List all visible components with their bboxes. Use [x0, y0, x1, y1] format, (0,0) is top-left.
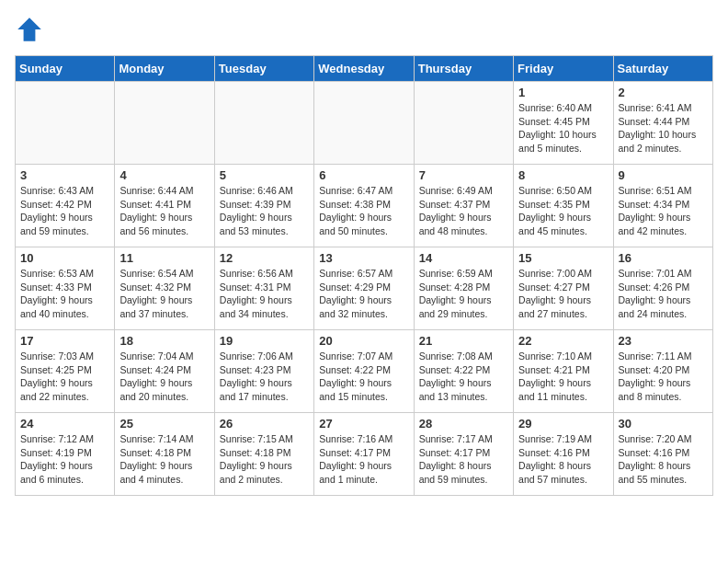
- day-info: Sunrise: 6:43 AM Sunset: 4:42 PM Dayligh…: [20, 184, 109, 238]
- weekday-header-monday: Monday: [115, 56, 214, 82]
- day-info: Sunrise: 7:04 AM Sunset: 4:24 PM Dayligh…: [119, 350, 209, 404]
- logo: [15, 15, 48, 44]
- calendar-day-cell: 5Sunrise: 6:46 AM Sunset: 4:39 PM Daylig…: [214, 165, 313, 247]
- day-info: Sunrise: 6:54 AM Sunset: 4:32 PM Dayligh…: [119, 267, 209, 321]
- calendar-day-cell: [314, 82, 414, 165]
- calendar-day-cell: 20Sunrise: 7:07 AM Sunset: 4:22 PM Dayli…: [314, 330, 414, 413]
- day-info: Sunrise: 7:00 AM Sunset: 4:27 PM Dayligh…: [518, 267, 608, 321]
- day-number: 4: [119, 168, 209, 182]
- calendar-day-cell: 28Sunrise: 7:17 AM Sunset: 4:17 PM Dayli…: [414, 413, 513, 496]
- day-info: Sunrise: 7:20 AM Sunset: 4:16 PM Dayligh…: [619, 432, 708, 487]
- day-info: Sunrise: 7:07 AM Sunset: 4:22 PM Dayligh…: [319, 350, 408, 404]
- calendar-day-cell: 9Sunrise: 6:51 AM Sunset: 4:34 PM Daylig…: [613, 165, 712, 247]
- day-number: 9: [619, 168, 708, 182]
- calendar-day-cell: 1Sunrise: 6:40 AM Sunset: 4:45 PM Daylig…: [514, 82, 613, 165]
- day-number: 10: [20, 251, 109, 265]
- day-info: Sunrise: 6:46 AM Sunset: 4:39 PM Dayligh…: [220, 184, 309, 238]
- day-info: Sunrise: 6:41 AM Sunset: 4:44 PM Dayligh…: [619, 101, 708, 155]
- day-info: Sunrise: 7:19 AM Sunset: 4:16 PM Dayligh…: [518, 432, 608, 487]
- calendar-day-cell: 13Sunrise: 6:57 AM Sunset: 4:29 PM Dayli…: [314, 247, 414, 330]
- calendar-day-cell: 14Sunrise: 6:59 AM Sunset: 4:28 PM Dayli…: [414, 247, 513, 330]
- calendar-week-row: 24Sunrise: 7:12 AM Sunset: 4:19 PM Dayli…: [16, 413, 713, 496]
- day-info: Sunrise: 6:40 AM Sunset: 4:45 PM Dayligh…: [518, 101, 608, 155]
- day-number: 30: [619, 417, 708, 431]
- calendar-day-cell: 6Sunrise: 6:47 AM Sunset: 4:38 PM Daylig…: [314, 165, 414, 247]
- calendar-day-cell: 22Sunrise: 7:10 AM Sunset: 4:21 PM Dayli…: [514, 330, 613, 413]
- weekday-header-sunday: Sunday: [16, 56, 115, 82]
- day-info: Sunrise: 7:17 AM Sunset: 4:17 PM Dayligh…: [419, 432, 508, 487]
- day-info: Sunrise: 7:03 AM Sunset: 4:25 PM Dayligh…: [20, 350, 109, 404]
- weekday-header-friday: Friday: [514, 56, 613, 82]
- calendar-day-cell: 3Sunrise: 6:43 AM Sunset: 4:42 PM Daylig…: [16, 165, 115, 247]
- day-number: 17: [20, 334, 109, 348]
- day-info: Sunrise: 7:11 AM Sunset: 4:20 PM Dayligh…: [619, 350, 708, 404]
- day-info: Sunrise: 7:14 AM Sunset: 4:18 PM Dayligh…: [119, 432, 209, 487]
- day-number: 5: [220, 168, 309, 182]
- day-number: 20: [319, 334, 408, 348]
- day-info: Sunrise: 7:16 AM Sunset: 4:17 PM Dayligh…: [319, 432, 408, 487]
- calendar-day-cell: 30Sunrise: 7:20 AM Sunset: 4:16 PM Dayli…: [613, 413, 712, 496]
- day-info: Sunrise: 6:59 AM Sunset: 4:28 PM Dayligh…: [419, 267, 508, 321]
- day-number: 6: [319, 168, 408, 182]
- calendar-day-cell: 16Sunrise: 7:01 AM Sunset: 4:26 PM Dayli…: [613, 247, 712, 330]
- calendar-day-cell: 25Sunrise: 7:14 AM Sunset: 4:18 PM Dayli…: [115, 413, 214, 496]
- calendar-day-cell: 23Sunrise: 7:11 AM Sunset: 4:20 PM Dayli…: [613, 330, 712, 413]
- day-info: Sunrise: 7:01 AM Sunset: 4:26 PM Dayligh…: [619, 267, 708, 321]
- day-number: 21: [419, 334, 508, 348]
- day-number: 18: [119, 334, 209, 348]
- calendar-table: SundayMondayTuesdayWednesdayThursdayFrid…: [15, 55, 713, 496]
- page-header: [15, 15, 713, 44]
- day-number: 24: [20, 417, 109, 431]
- day-number: 19: [220, 334, 309, 348]
- day-number: 15: [518, 251, 608, 265]
- day-info: Sunrise: 7:12 AM Sunset: 4:19 PM Dayligh…: [20, 432, 109, 487]
- calendar-day-cell: 12Sunrise: 6:56 AM Sunset: 4:31 PM Dayli…: [214, 247, 313, 330]
- day-number: 2: [619, 86, 708, 99]
- calendar-day-cell: 4Sunrise: 6:44 AM Sunset: 4:41 PM Daylig…: [115, 165, 214, 247]
- day-number: 13: [319, 251, 408, 265]
- calendar-day-cell: 29Sunrise: 7:19 AM Sunset: 4:16 PM Dayli…: [514, 413, 613, 496]
- calendar-week-row: 17Sunrise: 7:03 AM Sunset: 4:25 PM Dayli…: [16, 330, 713, 413]
- calendar-day-cell: 7Sunrise: 6:49 AM Sunset: 4:37 PM Daylig…: [414, 165, 513, 247]
- calendar-day-cell: [16, 82, 115, 165]
- day-number: 26: [220, 417, 309, 431]
- day-info: Sunrise: 7:06 AM Sunset: 4:23 PM Dayligh…: [220, 350, 309, 404]
- day-number: 16: [619, 251, 708, 265]
- day-number: 7: [419, 168, 508, 182]
- day-number: 25: [119, 417, 209, 431]
- day-info: Sunrise: 7:08 AM Sunset: 4:22 PM Dayligh…: [419, 350, 508, 404]
- calendar-day-cell: 18Sunrise: 7:04 AM Sunset: 4:24 PM Dayli…: [115, 330, 214, 413]
- day-info: Sunrise: 6:50 AM Sunset: 4:35 PM Dayligh…: [518, 184, 608, 238]
- day-number: 23: [619, 334, 708, 348]
- day-number: 1: [518, 86, 608, 99]
- calendar-day-cell: 17Sunrise: 7:03 AM Sunset: 4:25 PM Dayli…: [16, 330, 115, 413]
- day-number: 27: [319, 417, 408, 431]
- day-info: Sunrise: 6:47 AM Sunset: 4:38 PM Dayligh…: [319, 184, 408, 238]
- calendar-day-cell: [115, 82, 214, 165]
- calendar-day-cell: [214, 82, 313, 165]
- calendar-day-cell: 2Sunrise: 6:41 AM Sunset: 4:44 PM Daylig…: [613, 82, 712, 165]
- day-number: 11: [119, 251, 209, 265]
- calendar-day-cell: [414, 82, 513, 165]
- calendar-day-cell: 10Sunrise: 6:53 AM Sunset: 4:33 PM Dayli…: [16, 247, 115, 330]
- day-number: 28: [419, 417, 508, 431]
- calendar-day-cell: 19Sunrise: 7:06 AM Sunset: 4:23 PM Dayli…: [214, 330, 313, 413]
- weekday-header-row: SundayMondayTuesdayWednesdayThursdayFrid…: [16, 56, 713, 82]
- calendar-day-cell: 11Sunrise: 6:54 AM Sunset: 4:32 PM Dayli…: [115, 247, 214, 330]
- calendar-week-row: 10Sunrise: 6:53 AM Sunset: 4:33 PM Dayli…: [16, 247, 713, 330]
- day-info: Sunrise: 7:10 AM Sunset: 4:21 PM Dayligh…: [518, 350, 608, 404]
- calendar-day-cell: 27Sunrise: 7:16 AM Sunset: 4:17 PM Dayli…: [314, 413, 414, 496]
- weekday-header-wednesday: Wednesday: [314, 56, 414, 82]
- calendar-day-cell: 21Sunrise: 7:08 AM Sunset: 4:22 PM Dayli…: [414, 330, 513, 413]
- day-info: Sunrise: 6:51 AM Sunset: 4:34 PM Dayligh…: [619, 184, 708, 238]
- day-number: 3: [20, 168, 109, 182]
- day-info: Sunrise: 6:56 AM Sunset: 4:31 PM Dayligh…: [220, 267, 309, 321]
- calendar-week-row: 3Sunrise: 6:43 AM Sunset: 4:42 PM Daylig…: [16, 165, 713, 247]
- day-info: Sunrise: 6:44 AM Sunset: 4:41 PM Dayligh…: [119, 184, 209, 238]
- day-info: Sunrise: 7:15 AM Sunset: 4:18 PM Dayligh…: [220, 432, 309, 487]
- calendar-day-cell: 24Sunrise: 7:12 AM Sunset: 4:19 PM Dayli…: [16, 413, 115, 496]
- logo-icon: [15, 15, 44, 44]
- weekday-header-tuesday: Tuesday: [214, 56, 313, 82]
- day-number: 29: [518, 417, 608, 431]
- calendar-week-row: 1Sunrise: 6:40 AM Sunset: 4:45 PM Daylig…: [16, 82, 713, 165]
